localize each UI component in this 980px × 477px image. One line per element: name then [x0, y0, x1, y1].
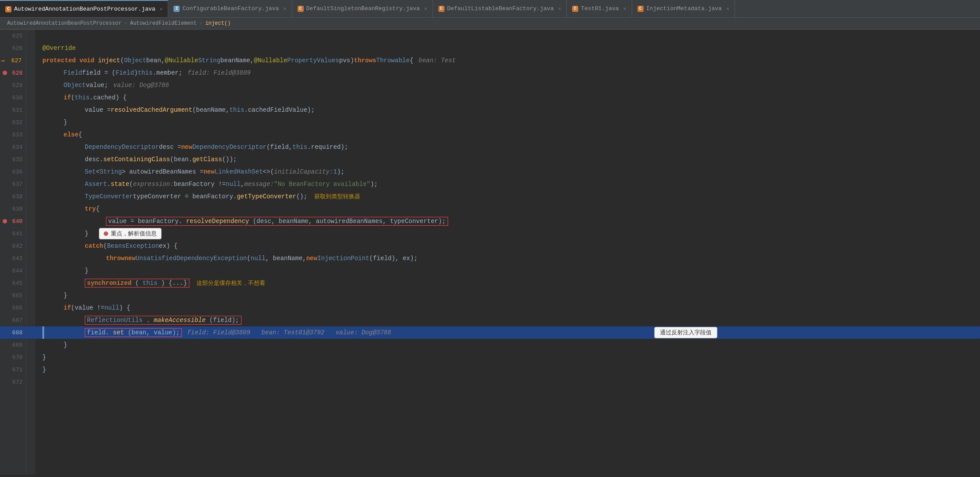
tab-autowired[interactable]: C AutowiredAnnotationBeanPostProcessor.j… — [0, 0, 168, 17]
gutter-630 — [26, 91, 35, 104]
plain-comma637: , — [241, 181, 244, 188]
tab-test01[interactable]: C Test01.java ✕ — [567, 0, 632, 17]
redbox-667: ReflectionUtils . makeAccessible (field)… — [85, 316, 241, 325]
gutter-640 — [26, 215, 35, 227]
kw-throws: throws — [354, 57, 376, 64]
type-field2: Field — [116, 69, 134, 76]
gutter-632 — [26, 116, 35, 129]
kw-null: null — [226, 181, 241, 188]
line-num-637: 637 — [0, 178, 26, 190]
type-set: Set — [85, 168, 96, 175]
plain-null643: ( — [247, 255, 250, 262]
tab-icon-test01: C — [572, 6, 578, 12]
type-linkedhash: LinkedHashSet — [215, 168, 263, 175]
plain-close641: } — [85, 230, 88, 237]
breakpoint-628 — [3, 71, 7, 75]
gutter-629 — [26, 79, 35, 91]
tooltip-text-641: 重点，解析值信息 — [111, 230, 157, 238]
plain-field643: (field), ex); — [369, 255, 418, 262]
kw-new2: new — [204, 168, 215, 175]
kw-null643: null — [251, 255, 266, 262]
tab-close-defaultsingleton[interactable]: ✕ — [424, 6, 427, 11]
code-line-634: DependencyDescriptor desc = new Dependen… — [35, 141, 980, 153]
tab-label-configurable: ConfigurableBeanFactory.java — [182, 5, 279, 12]
tab-close-test01[interactable]: ✕ — [623, 6, 626, 11]
redbox-645: synchronized ( this ) {...} — [85, 279, 189, 288]
tab-close-configurable[interactable]: ✕ — [283, 6, 286, 11]
line-num-671: 671 — [0, 363, 26, 376]
breadcrumb-class[interactable]: AutowiredAnnotationBeanPostProcessor — [7, 20, 121, 26]
tab-defaultlistable[interactable]: C DefaultListableBeanFactory.java ✕ — [433, 0, 567, 17]
gutter-628 — [26, 67, 35, 79]
gutter-670 — [26, 351, 35, 363]
tab-bar: C AutowiredAnnotationBeanPostProcessor.j… — [0, 0, 980, 18]
code-line-665: } — [35, 289, 980, 302]
plain-value-eq: value = — [85, 106, 111, 114]
code-line-640: value = beanFactory. resolveDependency (… — [35, 215, 980, 227]
kw-try: try — [85, 205, 96, 212]
number-1: 1 — [333, 168, 337, 175]
plain-generics2: > autowiredBeanNames = — [122, 168, 204, 175]
plain-beannull: beanFactory != — [174, 181, 226, 188]
breadcrumb-method[interactable]: inject() — [205, 20, 231, 26]
tooltip-668-container: 通过反射注入字段值 — [391, 327, 980, 338]
method-set668: set — [113, 329, 124, 336]
line-num-630: 630 — [0, 91, 26, 104]
tab-configurable[interactable]: I ConfigurableBeanFactory.java ✕ — [168, 0, 292, 17]
method-resolvedep: resolveDependency — [186, 218, 249, 225]
code-line-628: Field field = ( Field ) this .member; fi… — [35, 67, 980, 79]
kw-if: if — [64, 94, 71, 101]
comment-645-chinese: 这部分是缓存相关，不想看 — [196, 279, 265, 287]
code-line-644: } — [35, 265, 980, 277]
type-depdesc: DependencyDescriptor — [85, 144, 159, 151]
tab-close-autowired[interactable]: ✕ — [160, 6, 163, 12]
gutter — [26, 30, 35, 475]
tooltip-668-bubble: 通过反射注入字段值 — [654, 327, 717, 338]
tab-defaultsingleton[interactable]: C DefaultSingletonBeanRegistry.java ✕ — [292, 0, 433, 17]
plain-field: field = ( — [82, 69, 116, 76]
plain-parens635: ()); — [222, 156, 237, 163]
code-line-637: Assert . state ( expression: beanFactory… — [35, 178, 980, 190]
line-num-670: 670 — [0, 351, 26, 363]
breadcrumb-inner[interactable]: AutowiredFieldElement — [130, 20, 196, 26]
method-inject: inject — [98, 57, 120, 64]
type-throwable: Throwable — [376, 57, 410, 64]
type-typeconv: TypeConverter — [85, 193, 133, 200]
method-getclass: getClass — [192, 156, 222, 163]
method-resolvedcached: resolvedCachedArgument — [111, 106, 192, 114]
plain-paren: ( — [120, 57, 124, 64]
gutter-645 — [26, 277, 35, 289]
line-num-636: 636 — [0, 166, 26, 178]
tooltip-bubble-641: 重点，解析值信息 — [99, 228, 162, 239]
plain-brace-close632: } — [64, 119, 67, 126]
plain-close636: ); — [337, 168, 344, 175]
plain-brace666: ) { — [119, 304, 130, 311]
code-line-672 — [35, 376, 980, 388]
tab-close-injection[interactable]: ✕ — [726, 6, 729, 11]
gutter-666 — [26, 302, 35, 314]
comment-initial: initialCapacity: — [274, 168, 333, 175]
plain-close669: } — [64, 341, 67, 348]
gutter-643 — [26, 252, 35, 265]
kw-if666: if — [64, 304, 71, 311]
plain-close638: (); — [296, 193, 307, 200]
tab-injection[interactable]: C InjectionMetadata.java ✕ — [632, 0, 735, 17]
plain-brace1: { — [410, 57, 413, 64]
tab-close-defaultlistable[interactable]: ✕ — [558, 6, 561, 11]
plain-diamond: <>( — [263, 168, 274, 175]
kw-void: void — [79, 57, 94, 64]
line-num-645: 645 — [0, 277, 26, 289]
plain-bean: bean, — [146, 57, 165, 64]
kw-protected: protected — [42, 57, 76, 64]
gutter-671 — [26, 363, 35, 376]
gutter-641 — [26, 227, 35, 240]
kw-throw: throw — [106, 255, 124, 262]
code-line-641: } 重点，解析值信息 — [35, 227, 980, 240]
type-assert: Assert — [85, 181, 107, 188]
kw-else: else — [64, 131, 79, 138]
plain-fieldset: field. — [87, 329, 109, 336]
gutter-625 — [26, 30, 35, 42]
debug-629: value: Dog@3786 — [113, 82, 169, 89]
plain-close637: ); — [370, 181, 378, 188]
line-num-644: 644 — [0, 265, 26, 277]
